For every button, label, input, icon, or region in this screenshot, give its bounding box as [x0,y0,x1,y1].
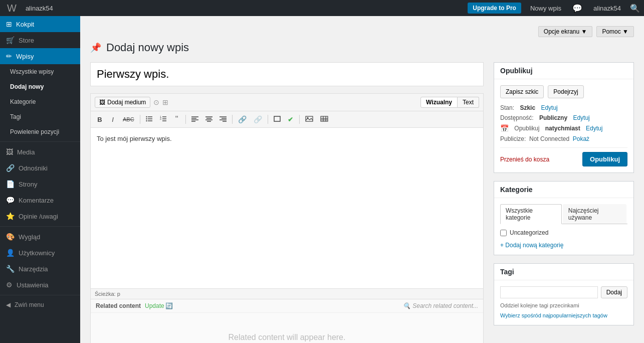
visual-view-button[interactable]: Wizualny [420,97,458,108]
editor-body[interactable]: To jest mój pierwszy wpis. [91,128,483,288]
svg-point-3 [146,116,147,117]
publish-button[interactable]: Opublikuj [582,152,627,166]
publicize-link[interactable]: Pokaż [573,135,589,142]
publish-box-body: Zapisz szkic Podejrzyj Stan: Szkic Edytu… [494,79,633,173]
blockquote-button[interactable]: " [171,113,183,125]
sidebar-item-label: Media [17,148,35,156]
comment-icon[interactable]: 💬 [570,4,584,13]
tags-input[interactable] [500,286,598,298]
sidebar-item-label: Odnośniki [19,164,48,172]
publicize-label: Publicize: [500,135,526,142]
delete-link[interactable]: Przenieś do kosza [500,156,549,163]
refresh-icon: 🔄 [165,302,173,309]
sidebar-subitem-tagi[interactable]: Tagi [0,109,80,124]
bullist-button[interactable] [143,114,156,125]
spellcheck-button[interactable]: ✔ [285,114,297,125]
related-update-button[interactable]: Update 🔄 [145,302,173,309]
publish-time-row: 📅 Opublikuj natychmiast Edytuj [500,124,627,132]
sidebar: ⊞ Kokpit 🛒 Store ✏ Wpisy Wszystkie wpisy… [0,16,80,343]
link-button[interactable]: 🔗 [235,114,250,125]
add-tag-button[interactable]: Dodaj [601,286,627,298]
status-row: Stan: Szkic Edytuj [500,104,627,111]
category-label: Uncategorized [510,229,548,236]
related-search[interactable]: 🔍 Search related content... [403,302,478,309]
sidebar-item-store[interactable]: 🛒 Store [0,32,80,48]
numlist-button[interactable]: 1.2. [157,114,170,125]
sidebar-subitem-wszystkie[interactable]: Wszystkie wpisy [0,64,80,79]
post-title-input[interactable] [90,62,484,86]
save-draft-button[interactable]: Zapisz szkic [500,85,544,98]
sidebar-item-strony[interactable]: 📄 Strony [0,176,80,192]
publish-box: Opublikuj Zapisz szkic Podejrzyj Stan: S… [494,62,634,173]
help-button[interactable]: Pomoc ▼ [596,26,634,37]
menu-separator [0,141,80,142]
italic-button[interactable]: I [107,114,119,125]
sidebar-item-uzytkownicy[interactable]: 👤 Użytkownicy [0,245,80,261]
fullscreen-button[interactable] [271,114,284,125]
site-name[interactable]: alinazk54 [26,5,53,12]
unlink-button[interactable]: 🔗 [251,114,265,125]
settings-icon: ⚙ [6,281,13,289]
visibility-row: Dostępność: Publiczny Edytuj [500,114,627,121]
aligncenter-button[interactable] [202,114,216,125]
publish-time-value: natychmiast [545,125,580,132]
dashboard-icon: ⊞ [6,20,12,28]
collapse-menu-button[interactable]: ◀ Zwiń menu [0,297,80,312]
wp-logo[interactable]: W [4,3,20,14]
add-media-button[interactable]: 🖼 Dodaj medium [95,97,150,108]
publish-time-edit-link[interactable]: Edytuj [586,125,602,132]
image-button[interactable] [302,114,316,125]
new-post-link[interactable]: Nowy wpis [527,5,564,12]
page-title: Dodaj nowy wpis [106,41,189,54]
strikethrough-button[interactable]: ABC [120,115,137,124]
publish-footer: Przenieś do kosza Opublikuj [500,147,627,166]
sidebar-item-narzedzia[interactable]: 🔧 Narzędzia [0,261,80,277]
add-category-link[interactable]: + Dodaj nową kategorię [500,242,563,249]
sidebar-item-odnosniki[interactable]: 🔗 Odnośniki [0,160,80,176]
sidebar-item-wpisy[interactable]: ✏ Wpisy [0,48,80,64]
sidebar-item-opinie[interactable]: ⭐ Opinie /uwagi [0,208,80,224]
sidebar-item-media[interactable]: 🖼 Media [0,144,80,160]
sidebar-item-wyglad[interactable]: 🎨 Wygląd [0,229,80,245]
submenu-label: Powielenie pozycji [10,128,59,135]
links-icon: 🔗 [6,164,15,172]
svg-text:2.: 2. [160,117,162,120]
sidebar-item-ustawienia[interactable]: ⚙ Ustawienia [0,277,80,293]
visibility-edit-link[interactable]: Edytuj [573,114,589,121]
editor-content: To jest mój pierwszy wpis. [97,134,477,144]
popular-tags-link[interactable]: Wybierz spośród najpopularniejszych tagó… [500,312,607,318]
admin-bar: W alinazk54 Upgrade to Pro Nowy wpis 💬 a… [0,0,644,16]
upgrade-to-pro-button[interactable]: Upgrade to Pro [468,3,521,14]
alignleft-button[interactable] [188,114,201,125]
calendar-icon: 📅 [500,124,509,132]
main-content: Opcje ekranu ▼ Pomoc ▼ 📌 Dodaj nowy wpis… [80,16,644,343]
screen-options-button[interactable]: Opcje ekranu ▼ [538,26,593,37]
screen-options-bar: Opcje ekranu ▼ Pomoc ▼ [90,26,634,37]
sidebar-item-label: Wpisy [16,53,34,60]
editor-container: 🖼 Dodaj medium ⊙ ⊞ Wizualny Text B [90,93,484,343]
sidebar-item-kokpit[interactable]: ⊞ Kokpit [0,16,80,32]
preview-button[interactable]: Podejrzyj [548,85,583,98]
tab-popular-categories[interactable]: Najczęściej używane [563,204,626,224]
alignright-button[interactable] [217,114,230,125]
editor-section: 🖼 Dodaj medium ⊙ ⊞ Wizualny Text B [90,62,484,343]
sidebar-item-label: Store [19,37,34,44]
sidebar-subitem-kategorie[interactable]: Kategorie [0,94,80,109]
search-icon[interactable]: 🔍 [630,4,640,13]
sidebar-subitem-powielenie[interactable]: Powielenie pozycji [0,124,80,139]
path-label: Ścieżka: [95,291,116,297]
username-link[interactable]: alinazk54 [590,5,624,12]
tab-all-categories[interactable]: Wszystkie kategorie [500,204,562,224]
status-value: Szkic [520,104,535,111]
text-view-button[interactable]: Text [458,97,479,108]
wp-wrap: ⊞ Kokpit 🛒 Store ✏ Wpisy Wszystkie wpisy… [0,16,644,343]
sidebar-item-komentarze[interactable]: 💬 Komentarze [0,192,80,208]
bold-button[interactable]: B [94,114,106,125]
categories-box-title: Kategorie [494,182,633,198]
sidebar-subitem-dodaj[interactable]: Dodaj nowy [0,79,80,94]
category-checkbox-uncategorized[interactable] [500,230,507,236]
sidebar-item-label: Komentarze [19,197,54,204]
update-label: Update [145,302,164,309]
status-edit-link[interactable]: Edytuj [541,104,557,111]
table-button[interactable] [317,114,331,125]
